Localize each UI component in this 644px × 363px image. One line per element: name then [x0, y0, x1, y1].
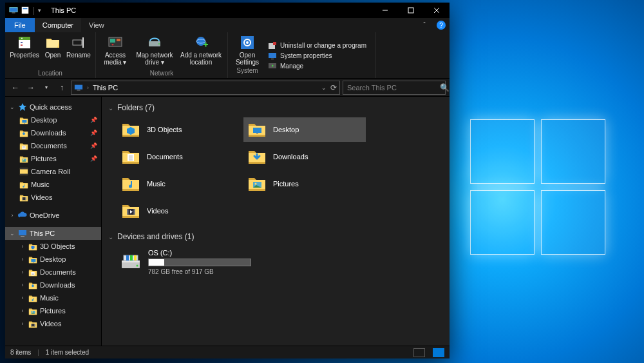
system-properties-button[interactable]: System properties: [268, 52, 366, 61]
music-icon: [19, 180, 28, 189]
sidebar-item-music[interactable]: Music: [5, 178, 101, 191]
sidebar-item-documents[interactable]: ›Documents: [5, 266, 101, 279]
sidebar-item-desktop[interactable]: ›Desktop: [5, 253, 101, 266]
ribbon-group-system: Open Settings System Uninstall or change…: [228, 32, 376, 78]
nav-recent-button[interactable]: ▾: [40, 81, 53, 94]
sidebar-item-camera-roll[interactable]: Camera Roll: [5, 165, 101, 178]
3dobjects-icon: [121, 120, 140, 139]
folder-videos[interactable]: Videos: [117, 199, 240, 223]
chevron-right-icon[interactable]: ›: [9, 212, 15, 219]
sidebar-item-downloads[interactable]: Downloads📌: [5, 126, 101, 139]
content-pane[interactable]: ⌄ Folders (7) 3D ObjectsDesktopDocuments…: [102, 97, 450, 346]
navigation-pane[interactable]: ⌄ Quick access Desktop📌Downloads📌Documen…: [5, 97, 102, 346]
svg-rect-53: [31, 272, 34, 275]
pin-icon: 📌: [90, 142, 97, 149]
map-network-drive-button[interactable]: Map network drive ▾: [132, 34, 177, 68]
chevron-right-icon[interactable]: ›: [19, 308, 26, 314]
svg-rect-16: [110, 39, 115, 43]
svg-rect-37: [24, 123, 25, 124]
sidebar-item-3dobjects[interactable]: ›3D Objects: [5, 240, 101, 253]
sidebar-item-pictures[interactable]: Pictures📌: [5, 152, 101, 165]
quick-access-toolbar: | ▼: [5, 6, 46, 15]
properties-icon[interactable]: [21, 6, 30, 15]
folder-3dobjects[interactable]: 3D Objects: [117, 117, 240, 142]
qat-dropdown-icon[interactable]: ▼: [37, 8, 42, 14]
address-dropdown-icon[interactable]: ⌄: [321, 84, 327, 91]
tree-quick-access[interactable]: ⌄ Quick access: [5, 101, 101, 113]
svg-rect-13: [73, 40, 82, 45]
pin-icon: 📌: [90, 117, 97, 123]
drives-header[interactable]: ⌄ Devices and drives (1): [108, 232, 443, 241]
chevron-right-icon[interactable]: ›: [19, 282, 26, 288]
maximize-button[interactable]: [398, 3, 424, 18]
nav-back-button[interactable]: ←: [9, 81, 22, 94]
drive-c[interactable]: OS (C:) 782 GB free of 917 GB: [117, 246, 298, 278]
properties-button[interactable]: Properties: [9, 34, 40, 68]
search-input[interactable]: [347, 84, 436, 92]
open-button[interactable]: Open: [41, 34, 64, 68]
chevron-down-icon[interactable]: ⌄: [9, 230, 15, 237]
chevron-right-icon[interactable]: ›: [19, 320, 26, 327]
rename-button[interactable]: Rename: [66, 34, 91, 68]
svg-rect-51: [31, 259, 35, 262]
folder-music[interactable]: Music: [117, 172, 240, 196]
nav-forward-button[interactable]: →: [24, 81, 37, 94]
titlebar[interactable]: | ▼ This PC: [5, 3, 450, 18]
open-settings-button[interactable]: Open Settings: [232, 34, 263, 66]
address-bar[interactable]: › This PC ⌄ ⟳: [71, 81, 340, 95]
chevron-down-icon[interactable]: ⌄: [108, 104, 113, 112]
folders-header[interactable]: ⌄ Folders (7): [108, 103, 443, 112]
svg-point-20: [158, 43, 160, 44]
svg-rect-52: [33, 262, 34, 263]
status-selected-count: 1 item selected: [46, 349, 89, 356]
sidebar-item-documents[interactable]: Documents📌: [5, 139, 101, 152]
help-button[interactable]: ?: [433, 18, 450, 32]
sidebar-item-downloads[interactable]: ›Downloads: [5, 279, 101, 291]
drive-usage-bar: [148, 259, 251, 266]
close-button[interactable]: [424, 3, 450, 18]
tree-onedrive[interactable]: › OneDrive: [5, 209, 101, 222]
breadcrumb[interactable]: This PC: [93, 84, 118, 92]
chevron-right-icon[interactable]: ›: [19, 243, 26, 250]
chevron-right-icon[interactable]: ›: [19, 295, 26, 301]
tiles-view-button[interactable]: [433, 348, 444, 357]
manage-button[interactable]: Manage: [268, 62, 366, 71]
add-network-icon: [193, 35, 209, 50]
tab-computer[interactable]: Computer: [35, 18, 81, 32]
sidebar-item-music[interactable]: ›Music: [5, 291, 101, 304]
videos-icon: [19, 193, 28, 202]
uninstall-program-button[interactable]: Uninstall or change a program: [268, 41, 366, 50]
details-view-button[interactable]: [413, 348, 425, 357]
tab-view[interactable]: View: [81, 18, 112, 32]
sidebar-item-pictures[interactable]: ›Pictures: [5, 304, 101, 317]
ribbon-group-label: System: [232, 66, 263, 75]
desktop-icon: [247, 120, 267, 139]
add-network-location-button[interactable]: Add a network location: [178, 34, 223, 68]
collapse-ribbon-button[interactable]: ˆ: [416, 18, 433, 32]
svg-rect-59: [31, 324, 32, 326]
chevron-down-icon[interactable]: ⌄: [9, 104, 15, 110]
chevron-right-icon[interactable]: ›: [87, 84, 89, 91]
refresh-icon[interactable]: ⟳: [330, 83, 337, 92]
ribbon-group-location: Properties Open Rename Location: [5, 32, 96, 78]
sidebar-item-videos[interactable]: Videos: [5, 191, 101, 204]
tree-this-pc[interactable]: ⌄ This PC: [5, 227, 101, 240]
sidebar-item-desktop[interactable]: Desktop📌: [5, 113, 101, 126]
folder-downloads[interactable]: Downloads: [243, 144, 366, 169]
properties-icon: [17, 35, 32, 50]
3dobjects-icon: [28, 242, 37, 251]
search-icon[interactable]: 🔍: [440, 83, 450, 92]
nav-up-button[interactable]: ↑: [55, 81, 68, 94]
folder-documents[interactable]: Documents: [117, 144, 240, 169]
sidebar-item-videos[interactable]: ›Videos: [5, 317, 101, 330]
minimize-button[interactable]: [372, 3, 398, 18]
access-media-button[interactable]: Access media ▾: [100, 34, 131, 68]
folder-pictures[interactable]: Pictures: [243, 172, 366, 196]
chevron-right-icon[interactable]: ›: [19, 269, 26, 275]
chevron-down-icon[interactable]: ⌄: [108, 233, 113, 240]
window-title: This PC: [46, 6, 76, 14]
chevron-right-icon[interactable]: ›: [19, 256, 26, 262]
search-box[interactable]: 🔍: [343, 81, 446, 95]
folder-desktop[interactable]: Desktop: [243, 117, 366, 142]
file-tab[interactable]: File: [5, 18, 35, 32]
